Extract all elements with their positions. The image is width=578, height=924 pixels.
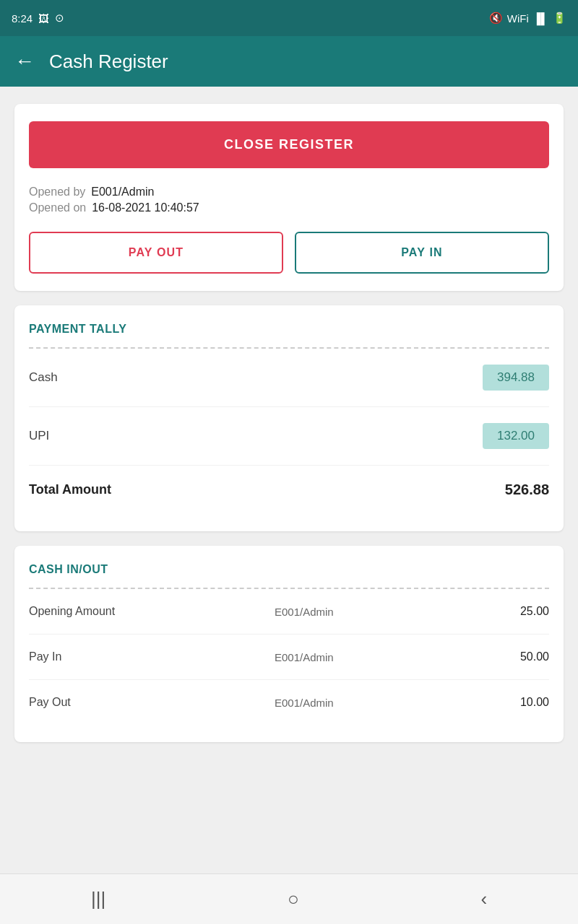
signal-icon: ▐▌ <box>533 12 548 25</box>
pay-in-label: Pay In <box>29 650 275 663</box>
close-register-button[interactable]: CLOSE REGISTER <box>29 121 549 168</box>
opening-amount-user: E001/Admin <box>275 606 520 618</box>
app-bar: ← Cash Register <box>0 36 578 87</box>
page-title: Cash Register <box>49 51 168 73</box>
tally-total-label: Total Amount <box>29 482 111 497</box>
tally-cash-value: 394.88 <box>483 365 549 391</box>
payment-tally-card: PAYMENT TALLY Cash 394.88 UPI 132.00 Tot… <box>14 305 564 531</box>
cash-inout-card: CASH IN/OUT Opening Amount E001/Admin 25… <box>14 546 564 742</box>
pay-out-user: E001/Admin <box>275 697 520 709</box>
bottom-nav: ||| ○ ‹ <box>0 873 578 924</box>
pay-in-value: 50.00 <box>520 650 549 663</box>
mute-icon: 🔇 <box>489 12 503 25</box>
clock-icon: ⊙ <box>55 12 64 25</box>
cash-inout-row-payin: Pay In E001/Admin 50.00 <box>29 635 549 680</box>
pay-out-label: Pay Out <box>29 696 275 709</box>
status-icons: 🔇 WiFi ▐▌ 🔋 <box>489 12 566 25</box>
tally-row-cash: Cash 394.88 <box>29 349 549 407</box>
tally-row-total: Total Amount 526.88 <box>29 466 549 514</box>
opened-by-label: Opened by <box>29 186 85 199</box>
recent-apps-icon[interactable]: ||| <box>91 888 105 910</box>
cash-inout-title: CASH IN/OUT <box>29 563 549 576</box>
back-nav-icon[interactable]: ‹ <box>480 888 487 910</box>
pay-out-button[interactable]: PAY OUT <box>29 232 283 274</box>
home-icon[interactable]: ○ <box>288 888 299 910</box>
tally-cash-label: Cash <box>29 370 58 385</box>
opened-on-label: Opened on <box>29 201 86 214</box>
pay-buttons-container: PAY OUT PAY IN <box>29 232 549 274</box>
opening-amount-value: 25.00 <box>520 605 549 618</box>
opened-by-value: E001/Admin <box>91 186 154 199</box>
tally-row-upi: UPI 132.00 <box>29 407 549 466</box>
opened-on-row: Opened on 16-08-2021 10:40:57 <box>29 201 549 214</box>
cash-inout-row-opening: Opening Amount E001/Admin 25.00 <box>29 589 549 635</box>
pay-out-value: 10.00 <box>520 696 549 709</box>
photo-icon: 🖼 <box>38 12 49 25</box>
cash-inout-row-payout: Pay Out E001/Admin 10.00 <box>29 680 549 725</box>
tally-upi-label: UPI <box>29 429 49 443</box>
main-content: CLOSE REGISTER Opened by E001/Admin Open… <box>0 87 578 873</box>
pay-in-user: E001/Admin <box>275 651 520 663</box>
opening-amount-label: Opening Amount <box>29 605 275 618</box>
tally-total-value: 526.88 <box>505 481 549 498</box>
payment-tally-title: PAYMENT TALLY <box>29 323 549 336</box>
status-time: 8:24 <box>12 12 33 25</box>
status-bar: 8:24 🖼 ⊙ 🔇 WiFi ▐▌ 🔋 <box>0 0 578 36</box>
battery-icon: 🔋 <box>553 12 566 25</box>
tally-upi-value: 132.00 <box>483 423 549 449</box>
pay-in-button[interactable]: PAY IN <box>295 232 549 274</box>
wifi-icon: WiFi <box>507 12 529 25</box>
opened-on-value: 16-08-2021 10:40:57 <box>92 201 199 214</box>
back-button[interactable]: ← <box>14 50 35 73</box>
opened-by-row: Opened by E001/Admin <box>29 186 549 199</box>
register-card: CLOSE REGISTER Opened by E001/Admin Open… <box>14 104 564 291</box>
